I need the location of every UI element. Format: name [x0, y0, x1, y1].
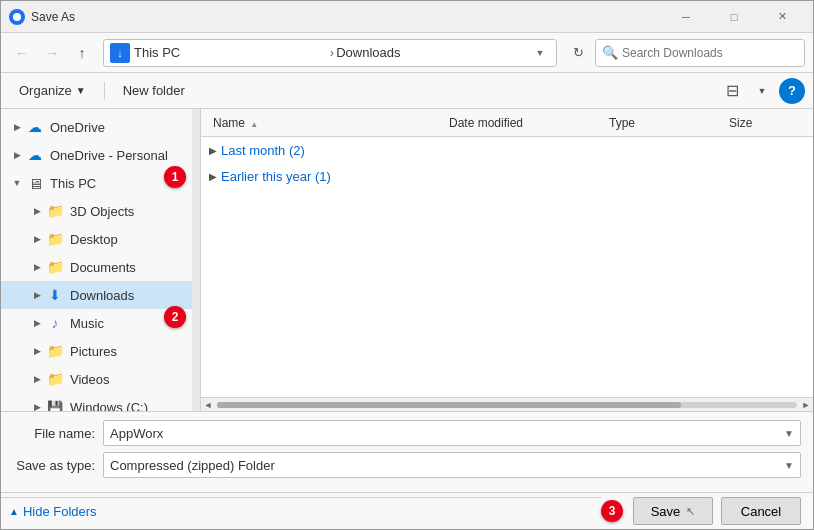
toolbar-separator [104, 82, 105, 100]
expand-icon: ▶ [9, 147, 25, 163]
search-input[interactable] [622, 46, 782, 60]
download-icon: ⬇ [45, 285, 65, 305]
scroll-left-button[interactable]: ◄ [201, 398, 215, 412]
new-folder-label: New folder [123, 83, 185, 98]
sidebar: ▶ ☁ OneDrive ▶ ☁ OneDrive - Personal ▼ 🖥… [1, 109, 201, 411]
sidebar-item-downloads[interactable]: ▶ ⬇ Downloads [1, 281, 200, 309]
search-icon: 🔍 [602, 45, 618, 60]
sidebar-item-documents[interactable]: ▶ 📁 Documents [1, 253, 200, 281]
music-icon: ♪ [45, 313, 65, 333]
thispc-icon: 🖥 [25, 173, 45, 193]
sidebar-item-desktop[interactable]: ▶ 📁 Desktop [1, 225, 200, 253]
col-name-header[interactable]: Name ▲ [209, 116, 445, 130]
drive-icon: 💾 [45, 397, 65, 411]
navigation-bar: ← → ↑ This PC › Downloads ▼ ↻ 🔍 [1, 33, 813, 73]
cancel-button[interactable]: Cancel [721, 497, 801, 525]
group-earlier-this-year[interactable]: ▶ Earlier this year (1) [201, 163, 813, 189]
file-pane: Name ▲ Date modified Type Size ▶ Last [201, 109, 813, 411]
sidebar-item-pictures[interactable]: ▶ 📁 Pictures [1, 337, 200, 365]
sidebar-item-thispc[interactable]: ▼ 🖥 This PC [1, 169, 200, 197]
hide-folders-icon: ▲ [9, 506, 19, 517]
sidebar-item-label: OneDrive - Personal [50, 148, 168, 163]
sidebar-item-videos[interactable]: ▶ 📁 Videos [1, 365, 200, 393]
annotation-3: 3 [601, 500, 623, 522]
group-expand-icon: ▶ [209, 171, 217, 182]
horizontal-scrollbar[interactable]: ◄ ► [201, 397, 813, 411]
organize-label: Organize [19, 83, 72, 98]
save-button[interactable]: Save ↖ [633, 497, 713, 525]
scroll-track[interactable] [217, 402, 797, 408]
expand-icon: ▶ [29, 231, 45, 247]
col-date-header[interactable]: Date modified [445, 116, 605, 130]
file-name-input[interactable]: AppWorx ▼ [103, 420, 801, 446]
expand-icon: ▼ [9, 175, 25, 191]
search-box: 🔍 [595, 39, 805, 67]
group-label: Last month [221, 143, 285, 158]
group-label: Earlier this year [221, 169, 311, 184]
action-bar: ▲ Hide Folders 3 Save ↖ Cancel [1, 492, 813, 529]
onedrive-icon: ☁ [25, 117, 45, 137]
col-name-label: Name [213, 116, 245, 130]
up-button[interactable]: ↑ [69, 40, 95, 66]
expand-icon: ▶ [29, 343, 45, 359]
save-as-type-row: Save as type: Compressed (zipped) Folder… [13, 452, 801, 478]
scroll-right-button[interactable]: ► [799, 398, 813, 412]
bottom-section: File name: AppWorx ▼ Save as type: Compr… [1, 411, 813, 492]
main-content: ▶ ☁ OneDrive ▶ ☁ OneDrive - Personal ▼ 🖥… [1, 109, 813, 411]
file-name-dropdown-icon[interactable]: ▼ [784, 428, 794, 439]
cursor-icon: ↖ [686, 505, 695, 518]
sidebar-item-label: Windows (C:) [70, 400, 148, 412]
sidebar-item-windows-c[interactable]: ▶ 💾 Windows (C:) [1, 393, 200, 411]
expand-icon: ▶ [29, 259, 45, 275]
view-dropdown-button[interactable]: ▼ [749, 78, 775, 104]
col-size-header[interactable]: Size [725, 116, 805, 130]
view-details-icon: ⊟ [726, 81, 739, 100]
col-date-label: Date modified [449, 116, 523, 130]
sidebar-item-music[interactable]: ▶ ♪ Music [1, 309, 200, 337]
col-name-sort-icon: ▲ [250, 120, 258, 129]
sidebar-item-label: Downloads [70, 288, 134, 303]
help-icon: ? [788, 83, 796, 98]
sidebar-item-onedrive[interactable]: ▶ ☁ OneDrive [1, 113, 200, 141]
sidebar-item-label: Videos [70, 372, 110, 387]
save-as-dialog: Save As ─ □ ✕ ← → ↑ This PC › Down [0, 0, 814, 530]
maximize-icon: □ [731, 11, 738, 23]
new-folder-button[interactable]: New folder [113, 78, 195, 104]
save-as-type-label: Save as type: [13, 458, 103, 473]
refresh-button[interactable]: ↻ [565, 40, 591, 66]
file-name-value: AppWorx [110, 426, 163, 441]
address-downloads: Downloads [336, 45, 530, 60]
minimize-button[interactable]: ─ [663, 1, 709, 33]
help-button[interactable]: ? [779, 78, 805, 104]
up-icon: ↑ [79, 45, 86, 61]
back-button[interactable]: ← [9, 40, 35, 66]
forward-button[interactable]: → [39, 40, 65, 66]
col-type-label: Type [609, 116, 635, 130]
scroll-thumb[interactable] [217, 402, 681, 408]
toolbar: Organize ▼ New folder ⊟ ▼ ? [1, 73, 813, 109]
maximize-button[interactable]: □ [711, 1, 757, 33]
view-dropdown-icon: ▼ [758, 86, 767, 96]
sidebar-item-onedrive-personal[interactable]: ▶ ☁ OneDrive - Personal [1, 141, 200, 169]
address-thispc: This PC [134, 45, 328, 60]
save-as-type-input[interactable]: Compressed (zipped) Folder ▼ [103, 452, 801, 478]
address-dropdown-button[interactable]: ▼ [530, 43, 550, 63]
group-last-month[interactable]: ▶ Last month (2) [201, 137, 813, 163]
file-list: ▶ Last month (2) ▶ Earlier this year (1) [201, 137, 813, 397]
sidebar-item-label: Desktop [70, 232, 118, 247]
hide-folders-section[interactable]: ▲ Hide Folders [1, 497, 601, 525]
sidebar-item-label: This PC [50, 176, 96, 191]
dialog-buttons: 3 Save ↖ Cancel [601, 497, 801, 525]
address-bar[interactable]: This PC › Downloads ▼ [103, 39, 557, 67]
close-button[interactable]: ✕ [759, 1, 805, 33]
save-as-type-dropdown-icon[interactable]: ▼ [784, 460, 794, 471]
app-icon [9, 9, 25, 25]
file-column-headers: Name ▲ Date modified Type Size [201, 109, 813, 137]
organize-button[interactable]: Organize ▼ [9, 78, 96, 104]
view-details-button[interactable]: ⊟ [719, 78, 745, 104]
sidebar-scrollbar[interactable] [192, 109, 200, 411]
col-type-header[interactable]: Type [605, 116, 725, 130]
sidebar-item-3dobjects[interactable]: ▶ 📁 3D Objects [1, 197, 200, 225]
expand-icon: ▶ [29, 203, 45, 219]
sidebar-item-label: 3D Objects [70, 204, 134, 219]
